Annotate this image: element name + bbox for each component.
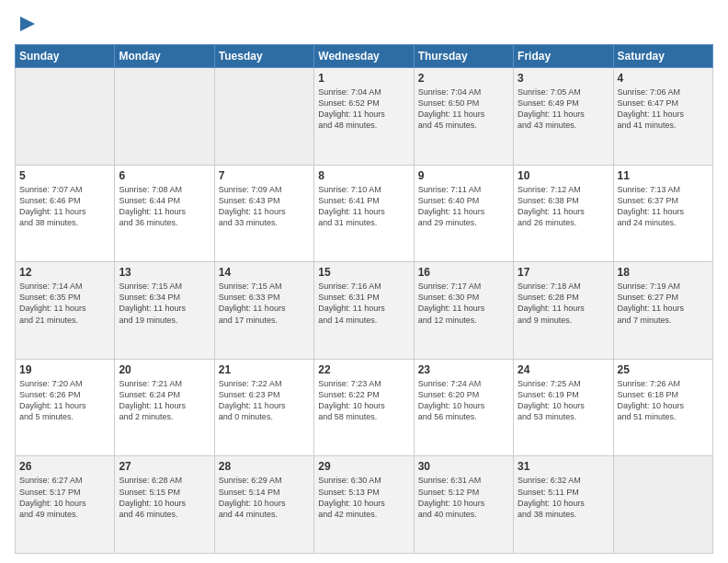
calendar-cell: 19Sunrise: 7:20 AM Sunset: 6:26 PM Dayli… <box>16 359 115 456</box>
day-number: 26 <box>19 460 110 473</box>
day-number: 27 <box>119 460 210 473</box>
header <box>15 13 713 39</box>
calendar-cell: 30Sunrise: 6:31 AM Sunset: 5:12 PM Dayli… <box>414 456 513 554</box>
calendar-cell: 7Sunrise: 7:09 AM Sunset: 6:43 PM Daylig… <box>214 165 313 262</box>
day-info: Sunrise: 7:20 AM Sunset: 6:26 PM Dayligh… <box>19 378 110 423</box>
day-info: Sunrise: 6:31 AM Sunset: 5:12 PM Dayligh… <box>418 475 509 520</box>
day-info: Sunrise: 7:10 AM Sunset: 6:41 PM Dayligh… <box>318 184 409 229</box>
day-info: Sunrise: 7:04 AM Sunset: 6:50 PM Dayligh… <box>418 86 509 132</box>
day-number: 28 <box>219 460 310 473</box>
calendar-cell: 18Sunrise: 7:19 AM Sunset: 6:27 PM Dayli… <box>613 262 712 360</box>
day-info: Sunrise: 7:05 AM Sunset: 6:49 PM Dayligh… <box>518 86 609 132</box>
svg-marker-0 <box>20 17 35 31</box>
calendar-cell: 15Sunrise: 7:16 AM Sunset: 6:31 PM Dayli… <box>314 262 414 360</box>
day-info: Sunrise: 6:28 AM Sunset: 5:15 PM Dayligh… <box>119 475 210 520</box>
day-number: 24 <box>518 363 609 376</box>
calendar-cell: 21Sunrise: 7:22 AM Sunset: 6:23 PM Dayli… <box>214 359 313 456</box>
day-number: 7 <box>219 169 310 182</box>
calendar-cell: 23Sunrise: 7:24 AM Sunset: 6:20 PM Dayli… <box>414 359 513 456</box>
calendar-cell: 13Sunrise: 7:15 AM Sunset: 6:34 PM Dayli… <box>115 262 214 360</box>
day-info: Sunrise: 6:30 AM Sunset: 5:13 PM Dayligh… <box>318 475 409 520</box>
day-number: 1 <box>318 72 409 85</box>
calendar-cell: 10Sunrise: 7:12 AM Sunset: 6:38 PM Dayli… <box>514 165 613 262</box>
day-info: Sunrise: 7:06 AM Sunset: 6:47 PM Dayligh… <box>618 86 709 132</box>
calendar-cell: 11Sunrise: 7:13 AM Sunset: 6:37 PM Dayli… <box>613 165 712 262</box>
day-info: Sunrise: 7:25 AM Sunset: 6:19 PM Dayligh… <box>518 378 609 423</box>
calendar-cell <box>16 68 115 166</box>
day-number: 11 <box>618 169 709 182</box>
day-info: Sunrise: 7:22 AM Sunset: 6:23 PM Dayligh… <box>219 378 310 423</box>
day-number: 8 <box>318 169 409 182</box>
day-info: Sunrise: 7:12 AM Sunset: 6:38 PM Dayligh… <box>518 184 609 229</box>
calendar-cell: 20Sunrise: 7:21 AM Sunset: 6:24 PM Dayli… <box>115 359 214 456</box>
day-number: 17 <box>518 266 609 279</box>
weekday-header: Thursday <box>414 45 513 68</box>
day-info: Sunrise: 7:11 AM Sunset: 6:40 PM Dayligh… <box>418 184 509 229</box>
calendar-cell: 4Sunrise: 7:06 AM Sunset: 6:47 PM Daylig… <box>613 68 712 166</box>
day-info: Sunrise: 6:32 AM Sunset: 5:11 PM Dayligh… <box>518 475 609 520</box>
calendar-cell: 26Sunrise: 6:27 AM Sunset: 5:17 PM Dayli… <box>16 456 115 554</box>
day-info: Sunrise: 7:04 AM Sunset: 6:52 PM Dayligh… <box>318 86 409 132</box>
page: SundayMondayTuesdayWednesdayThursdayFrid… <box>0 0 728 563</box>
day-info: Sunrise: 7:15 AM Sunset: 6:33 PM Dayligh… <box>219 281 310 326</box>
day-number: 18 <box>618 266 709 279</box>
day-info: Sunrise: 7:18 AM Sunset: 6:28 PM Dayligh… <box>518 281 609 326</box>
day-number: 16 <box>418 266 509 279</box>
day-info: Sunrise: 7:17 AM Sunset: 6:30 PM Dayligh… <box>418 281 509 326</box>
day-info: Sunrise: 7:14 AM Sunset: 6:35 PM Dayligh… <box>19 281 110 326</box>
day-number: 14 <box>219 266 310 279</box>
weekday-header: Friday <box>514 45 613 68</box>
calendar-week-row: 5Sunrise: 7:07 AM Sunset: 6:46 PM Daylig… <box>16 165 713 262</box>
calendar-cell: 14Sunrise: 7:15 AM Sunset: 6:33 PM Dayli… <box>214 262 313 360</box>
day-number: 22 <box>318 363 409 376</box>
calendar-cell <box>214 68 313 166</box>
calendar-cell: 29Sunrise: 6:30 AM Sunset: 5:13 PM Dayli… <box>314 456 414 554</box>
calendar-cell: 12Sunrise: 7:14 AM Sunset: 6:35 PM Dayli… <box>16 262 115 360</box>
day-info: Sunrise: 7:19 AM Sunset: 6:27 PM Dayligh… <box>618 281 709 326</box>
calendar-cell: 31Sunrise: 6:32 AM Sunset: 5:11 PM Dayli… <box>514 456 613 554</box>
weekday-header: Sunday <box>16 45 115 68</box>
day-number: 29 <box>318 460 409 473</box>
day-number: 15 <box>318 266 409 279</box>
calendar-header-row: SundayMondayTuesdayWednesdayThursdayFrid… <box>16 45 713 68</box>
day-info: Sunrise: 7:16 AM Sunset: 6:31 PM Dayligh… <box>318 281 409 326</box>
day-number: 19 <box>19 363 110 376</box>
calendar-cell: 6Sunrise: 7:08 AM Sunset: 6:44 PM Daylig… <box>115 165 214 262</box>
calendar-cell: 3Sunrise: 7:05 AM Sunset: 6:49 PM Daylig… <box>514 68 613 166</box>
weekday-header: Tuesday <box>214 45 313 68</box>
day-info: Sunrise: 7:13 AM Sunset: 6:37 PM Dayligh… <box>618 184 709 229</box>
day-info: Sunrise: 7:26 AM Sunset: 6:18 PM Dayligh… <box>618 378 709 423</box>
day-number: 31 <box>518 460 609 473</box>
calendar-week-row: 26Sunrise: 6:27 AM Sunset: 5:17 PM Dayli… <box>16 456 713 554</box>
calendar-cell: 28Sunrise: 6:29 AM Sunset: 5:14 PM Dayli… <box>214 456 313 554</box>
day-number: 6 <box>119 169 210 182</box>
calendar-cell: 5Sunrise: 7:07 AM Sunset: 6:46 PM Daylig… <box>16 165 115 262</box>
day-number: 21 <box>219 363 310 376</box>
calendar-table: SundayMondayTuesdayWednesdayThursdayFrid… <box>15 44 713 554</box>
day-info: Sunrise: 7:15 AM Sunset: 6:34 PM Dayligh… <box>119 281 210 326</box>
day-number: 20 <box>119 363 210 376</box>
day-number: 4 <box>618 72 709 85</box>
day-number: 2 <box>418 72 509 85</box>
weekday-header: Saturday <box>613 45 712 68</box>
day-info: Sunrise: 6:29 AM Sunset: 5:14 PM Dayligh… <box>219 475 310 520</box>
calendar-cell: 27Sunrise: 6:28 AM Sunset: 5:15 PM Dayli… <box>115 456 214 554</box>
logo-icon <box>17 13 37 39</box>
calendar-cell <box>613 456 712 554</box>
day-number: 5 <box>19 169 110 182</box>
calendar-cell: 16Sunrise: 7:17 AM Sunset: 6:30 PM Dayli… <box>414 262 513 360</box>
day-number: 25 <box>618 363 709 376</box>
day-info: Sunrise: 7:07 AM Sunset: 6:46 PM Dayligh… <box>19 184 110 229</box>
weekday-header: Monday <box>115 45 214 68</box>
calendar-cell: 22Sunrise: 7:23 AM Sunset: 6:22 PM Dayli… <box>314 359 414 456</box>
calendar-cell: 24Sunrise: 7:25 AM Sunset: 6:19 PM Dayli… <box>514 359 613 456</box>
day-number: 23 <box>418 363 509 376</box>
logo <box>15 13 37 39</box>
calendar-cell: 9Sunrise: 7:11 AM Sunset: 6:40 PM Daylig… <box>414 165 513 262</box>
day-number: 30 <box>418 460 509 473</box>
calendar-week-row: 1Sunrise: 7:04 AM Sunset: 6:52 PM Daylig… <box>16 68 713 166</box>
day-info: Sunrise: 7:23 AM Sunset: 6:22 PM Dayligh… <box>318 378 409 423</box>
calendar-cell: 2Sunrise: 7:04 AM Sunset: 6:50 PM Daylig… <box>414 68 513 166</box>
day-info: Sunrise: 7:21 AM Sunset: 6:24 PM Dayligh… <box>119 378 210 423</box>
day-number: 13 <box>119 266 210 279</box>
